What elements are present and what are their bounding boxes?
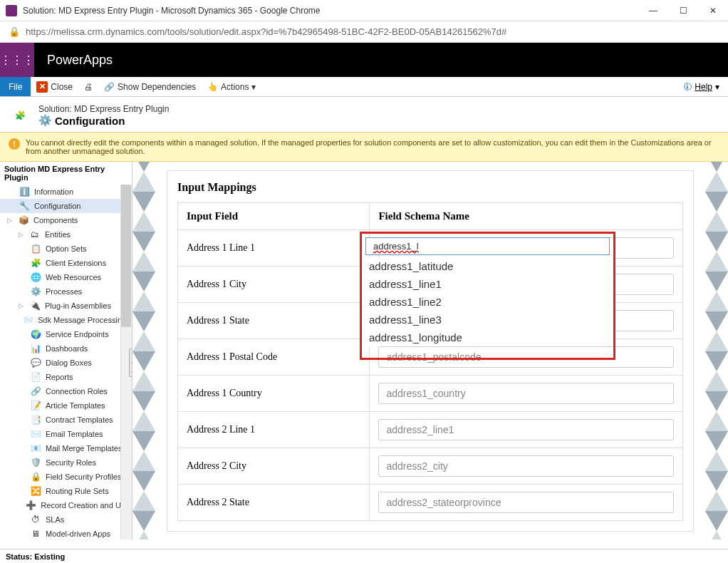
nav-label: Reports	[46, 373, 73, 381]
autocomplete-option[interactable]: address1_line2	[362, 293, 613, 311]
nav-label: Plug-in Assemblies	[45, 301, 111, 310]
sidebar-item[interactable]: 📄Reports	[0, 370, 132, 384]
input-field-label: Address 1 Country	[178, 376, 370, 412]
sidebar-item[interactable]: 💬Dialog Boxes	[0, 356, 132, 370]
nav-icon: 🌍	[30, 329, 41, 340]
autocomplete-option[interactable]: address1_longitude	[362, 329, 613, 346]
autocomplete-input[interactable]: address1_l	[365, 237, 610, 255]
chevron-down-icon: ▾	[251, 82, 256, 92]
sidebar-item[interactable]: ℹ️Information	[0, 185, 132, 199]
minimize-button[interactable]: —	[644, 6, 662, 16]
actions-menu[interactable]: 👆 Actions ▾	[207, 82, 256, 92]
nav-icon: ➕	[26, 500, 36, 511]
input-field-label: Address 1 Line 1	[178, 230, 370, 267]
lock-icon: 🔒	[9, 26, 20, 37]
nav-label: Client Extensions	[46, 259, 106, 267]
sidebar-item[interactable]: 📧Mail Merge Templates	[0, 441, 132, 455]
sidebar-item[interactable]: 🔗Connection Roles	[0, 384, 132, 398]
sidebar-item[interactable]: 🌐Web Resources	[0, 270, 132, 284]
warning-text: You cannot directly edit the components …	[26, 138, 719, 155]
help-button[interactable]: 🛈 Help ▾	[683, 82, 719, 92]
input-field-label: Address 1 Postal Code	[178, 339, 370, 376]
autocomplete-option[interactable]: address1_latitude	[362, 257, 613, 275]
nav-label: Field Security Profiles	[46, 472, 121, 481]
input-field-label: Address 2 City	[178, 448, 370, 485]
sidebar-item[interactable]: 📝Article Templates	[0, 398, 132, 413]
chrome-addressbar[interactable]: 🔒 https://melissa.crm.dynamics.com/tools…	[0, 21, 728, 43]
autocomplete-option[interactable]: address1_line3	[362, 311, 613, 329]
nav-icon: 📄	[30, 371, 41, 383]
actions-icon: 👆	[207, 82, 218, 92]
input-field-label: Address 1 City	[178, 267, 370, 303]
sidebar-item[interactable]: 📑Contract Templates	[0, 413, 132, 427]
nav-label: Dialog Boxes	[46, 358, 92, 367]
nav-label: SLAs	[46, 515, 64, 524]
sidebar-item[interactable]: 🛡️Security Roles	[0, 455, 132, 470]
nav-label: Information	[34, 187, 73, 196]
sidebar-item[interactable]: 🧩Client Extensions	[0, 256, 132, 270]
section-heading: Input Mappings	[177, 181, 683, 194]
table-row: Address 2 Line 1	[178, 412, 683, 448]
table-header-input-field: Input Field	[178, 203, 370, 230]
sidebar-item[interactable]: 🔒Field Security Profiles	[0, 470, 132, 484]
nav-label: Routing Rule Sets	[46, 487, 109, 495]
sidebar-item[interactable]: 🔀Routing Rule Sets	[0, 484, 132, 498]
page-title: ⚙️ Configuration	[38, 114, 169, 127]
nav-label: Configuration	[34, 202, 80, 210]
config-panel: Input Mappings Input Field Field Schema …	[167, 170, 694, 532]
export-button[interactable]: 🖨	[84, 82, 93, 92]
schema-name-input[interactable]	[378, 455, 674, 477]
sidebar-item[interactable]: ▷🗂Entities	[0, 227, 132, 242]
schema-name-input[interactable]	[378, 492, 674, 513]
sidebar-item[interactable]: 🔧Configuration	[0, 199, 132, 213]
brand-title: PowerApps	[34, 53, 125, 68]
sidebar-item[interactable]: ⚙️Processes	[0, 284, 132, 299]
input-field-label: Address 2 State	[178, 485, 370, 521]
sidebar-item[interactable]: 🌍Service Endpoints	[0, 327, 132, 341]
autocomplete-option[interactable]: address1_line1	[362, 275, 613, 293]
content-area: Input Mappings Input Field Field Schema …	[132, 162, 728, 539]
nav-icon: 📋	[30, 243, 41, 254]
file-button[interactable]: File	[0, 77, 31, 96]
nav-label: Dashboards	[46, 344, 88, 353]
close-icon: ✕	[36, 81, 48, 93]
input-field-label: Address 2 Line 1	[178, 412, 370, 448]
sidebar-item[interactable]: ➕Record Creation and U...	[0, 498, 132, 512]
sidebar-item[interactable]: ✉️Email Templates	[0, 427, 132, 441]
app-launcher-button[interactable]: ⋮⋮⋮	[0, 43, 34, 77]
table-row: Address 2 City	[178, 448, 683, 485]
chrome-titlebar: Solution: MD Express Entry Plugin - Micr…	[0, 0, 728, 21]
sidebar-scrollbar-thumb[interactable]	[121, 185, 131, 327]
nav-label: Sdk Message Processin...	[38, 316, 128, 324]
show-dependencies-button[interactable]: 🔗 Show Dependencies	[104, 82, 196, 92]
close-window-button[interactable]: ✕	[704, 6, 722, 16]
decorative-triangles-left	[132, 162, 155, 539]
nav-icon: 🗂	[29, 229, 41, 240]
toolbar: File ✕ Close 🖨 🔗 Show Dependencies 👆 Act…	[0, 77, 728, 97]
maximize-button[interactable]: ☐	[674, 6, 692, 16]
sidebar-item[interactable]: 📨Sdk Message Processin...	[0, 313, 132, 327]
nav-label: Service Endpoints	[46, 330, 109, 339]
sidebar-item[interactable]: ▷🔌Plug-in Assemblies	[0, 299, 132, 313]
sidebar-item[interactable]: 📊Dashboards	[0, 341, 132, 356]
sidebar-item[interactable]: 📋Option Sets	[0, 242, 132, 256]
sidebar-item[interactable]: ⏱SLAs	[0, 512, 132, 527]
nav-label: Connection Roles	[46, 387, 108, 396]
schema-name-input[interactable]	[378, 346, 674, 368]
schema-name-input[interactable]	[378, 419, 674, 440]
chevron-down-icon: ▾	[715, 82, 719, 92]
sidebar-item[interactable]: ▷📦Components	[0, 213, 132, 227]
schema-name-cell	[370, 412, 683, 448]
schema-name-input[interactable]	[378, 383, 674, 404]
nav-icon: 🔀	[30, 485, 41, 497]
url-text: https://melissa.crm.dynamics.com/tools/s…	[26, 26, 506, 37]
nav-label: Web Resources	[46, 273, 101, 282]
nav-icon: 🖥	[30, 528, 41, 539]
schema-name-cell	[370, 376, 683, 412]
close-button[interactable]: ✕ Close	[36, 81, 73, 93]
nav-icon: ✉️	[30, 428, 41, 440]
sidebar-item[interactable]: 🖥Model-driven Apps	[0, 527, 132, 539]
autocomplete-list: address1_latitudeaddress1_line1address1_…	[362, 257, 613, 346]
nav-icon: 📑	[30, 414, 41, 425]
nav-icon: 🌐	[30, 272, 41, 283]
